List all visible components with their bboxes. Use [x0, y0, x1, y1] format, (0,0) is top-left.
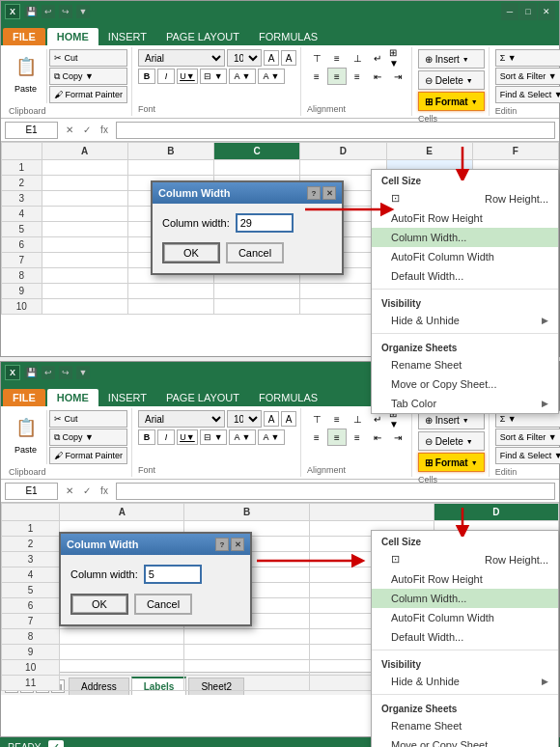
paste-btn-bottom[interactable]: 📋 Paste: [9, 410, 47, 464]
fill-color-btn-bottom[interactable]: A ▼: [229, 429, 256, 445]
indent-more-btn[interactable]: ⇥: [388, 68, 407, 85]
tab-file-bottom[interactable]: FILE: [3, 389, 45, 406]
tab-insert-bottom[interactable]: INSERT: [98, 389, 156, 406]
default-width-item-bottom[interactable]: Default Width...: [372, 627, 558, 647]
customize-btn-bottom[interactable]: ▼: [76, 366, 90, 379]
col-d-header-bottom[interactable]: D: [434, 504, 558, 521]
dialog-ok-btn-bottom[interactable]: OK: [70, 594, 128, 615]
tab-file-top[interactable]: FILE: [3, 28, 45, 45]
autofit-row-item-top[interactable]: AutoFit Row Height: [372, 208, 558, 228]
customize-btn-top[interactable]: ▼: [76, 5, 90, 18]
col-e-header-top[interactable]: E: [386, 143, 472, 160]
border-btn-top[interactable]: ⊟ ▼: [200, 69, 227, 84]
decrease-font-btn-bottom[interactable]: A: [281, 411, 296, 427]
cut-btn-top[interactable]: ✂ Cut: [49, 49, 127, 67]
align-center-btn[interactable]: ≡: [327, 68, 347, 85]
indent-more-btn-b[interactable]: ⇥: [388, 429, 407, 446]
save-btn-top[interactable]: 💾: [24, 5, 38, 18]
autofit-col-item-top[interactable]: AutoFit Column Width: [372, 247, 558, 266]
align-center-btn-b[interactable]: ≡: [327, 429, 347, 446]
move-copy-item-bottom[interactable]: Move or Copy Sheet...: [372, 735, 558, 747]
cancel-formula-btn-top[interactable]: ✕: [62, 123, 77, 138]
col-f-header-top[interactable]: F: [472, 143, 558, 160]
confirm-formula-btn-top[interactable]: ✓: [79, 123, 95, 138]
bold-btn-bottom[interactable]: B: [138, 429, 155, 445]
row-height-item-top[interactable]: ⊡ Row Height...: [372, 188, 558, 208]
col-a-header-bottom[interactable]: A: [60, 504, 184, 521]
align-top-btn-b[interactable]: ⊤: [307, 410, 326, 428]
paste-btn-top[interactable]: 📋 Paste: [9, 49, 47, 103]
col-b-header-bottom[interactable]: B: [184, 504, 309, 521]
bold-btn-top[interactable]: B: [138, 69, 155, 84]
tab-formulas-bottom[interactable]: FORMULAS: [249, 389, 327, 406]
dialog-ok-btn-top[interactable]: OK: [162, 242, 220, 263]
italic-btn-top[interactable]: I: [157, 69, 175, 84]
default-width-item-top[interactable]: Default Width...: [372, 266, 558, 286]
decrease-font-btn-top[interactable]: A: [281, 50, 296, 66]
format-btn-bottom[interactable]: ⊞ Format ▼: [418, 453, 485, 472]
format-painter-btn-bottom[interactable]: 🖌 Format Painter: [49, 447, 127, 464]
column-width-item-bottom[interactable]: Column Width...: [372, 589, 558, 608]
formula-input-bottom[interactable]: [116, 483, 555, 500]
row-height-item-bottom[interactable]: ⊡ Row Height...: [372, 549, 558, 569]
col-b-header-top[interactable]: B: [127, 143, 213, 160]
fx-btn-top[interactable]: fx: [97, 123, 112, 138]
increase-font-btn-bottom[interactable]: A: [264, 411, 279, 427]
align-right-btn-b[interactable]: ≡: [348, 429, 367, 446]
redo-btn-top[interactable]: ↪: [59, 5, 72, 18]
dialog-close-btn-bottom[interactable]: ✕: [231, 538, 244, 551]
cancel-formula-btn-bottom[interactable]: ✕: [62, 484, 77, 499]
col-d-header-top[interactable]: D: [300, 143, 386, 160]
find-btn-bottom[interactable]: Find & Select ▼: [495, 447, 560, 464]
indent-less-btn-b[interactable]: ⇤: [368, 429, 387, 446]
autofit-row-item-bottom[interactable]: AutoFit Row Height: [372, 569, 558, 589]
close-btn-top[interactable]: ✕: [538, 3, 555, 20]
restore-btn-top[interactable]: □: [519, 3, 537, 20]
autofit-col-item-bottom[interactable]: AutoFit Column Width: [372, 608, 558, 627]
align-bot-btn-b[interactable]: ⊥: [348, 410, 367, 428]
italic-btn-bottom[interactable]: I: [157, 429, 175, 445]
delete-cell-btn-top[interactable]: ⊖ Delete ▼: [418, 70, 485, 90]
increase-font-btn-top[interactable]: A: [264, 50, 279, 66]
tab-home-top[interactable]: HOME: [47, 28, 98, 45]
undo-btn-top[interactable]: ↩: [42, 5, 55, 18]
dialog-field-input-top[interactable]: [236, 213, 294, 233]
align-left-btn[interactable]: ≡: [307, 68, 326, 85]
insert-cell-btn-top[interactable]: ⊕ Insert ▼: [418, 49, 485, 69]
format-painter-btn-top[interactable]: 🖌 Format Painter: [49, 86, 127, 103]
font-size-select-bottom[interactable]: 10: [227, 410, 262, 428]
tab-formulas-top[interactable]: FORMULAS: [249, 28, 327, 45]
sortfilter-btn-top[interactable]: Sort & Filter ▼: [495, 68, 560, 85]
redo-btn-bottom[interactable]: ↪: [59, 366, 72, 379]
align-bot-btn[interactable]: ⊥: [348, 49, 367, 67]
font-color-btn-bottom[interactable]: A ▼: [258, 429, 285, 445]
cell-ref-top[interactable]: [5, 122, 58, 139]
find-btn-top[interactable]: Find & Select ▼: [495, 86, 560, 103]
align-right-btn[interactable]: ≡: [348, 68, 367, 85]
column-width-item-top[interactable]: Column Width...: [372, 228, 558, 247]
font-color-btn-top[interactable]: A ▼: [258, 69, 285, 84]
fill-color-btn-top[interactable]: A ▼: [229, 69, 256, 84]
border-btn-bottom[interactable]: ⊟ ▼: [200, 429, 227, 445]
sum-btn-top[interactable]: Σ ▼: [495, 49, 560, 67]
indent-less-btn[interactable]: ⇤: [368, 68, 387, 85]
delete-cell-btn-bottom[interactable]: ⊖ Delete ▼: [418, 431, 485, 451]
dialog-close-btn-top[interactable]: ✕: [322, 186, 336, 200]
align-mid-btn[interactable]: ≡: [327, 49, 347, 67]
formula-input-top[interactable]: [116, 122, 555, 139]
underline-btn-bottom[interactable]: U ▼: [177, 429, 198, 445]
fx-btn-bottom[interactable]: fx: [97, 484, 112, 499]
copy-btn-bottom[interactable]: ⧉ Copy ▼: [49, 429, 127, 446]
tab-color-item-top[interactable]: Tab Color ▶: [372, 394, 558, 413]
copy-btn-top[interactable]: ⧉ Copy ▼: [49, 68, 127, 85]
undo-btn-bottom[interactable]: ↩: [42, 366, 55, 379]
col-c-header-bottom[interactable]: [309, 504, 434, 521]
dialog-field-input-bottom[interactable]: [144, 565, 202, 584]
font-name-select-top[interactable]: Arial: [138, 49, 225, 67]
font-size-select-top[interactable]: 10: [227, 49, 262, 67]
col-c-header-top[interactable]: C: [214, 143, 300, 160]
tab-insert-top[interactable]: INSERT: [98, 28, 156, 45]
align-mid-btn-b[interactable]: ≡: [327, 410, 347, 428]
col-a-header-top[interactable]: A: [42, 143, 127, 160]
cell-ref-bottom[interactable]: [5, 483, 58, 500]
